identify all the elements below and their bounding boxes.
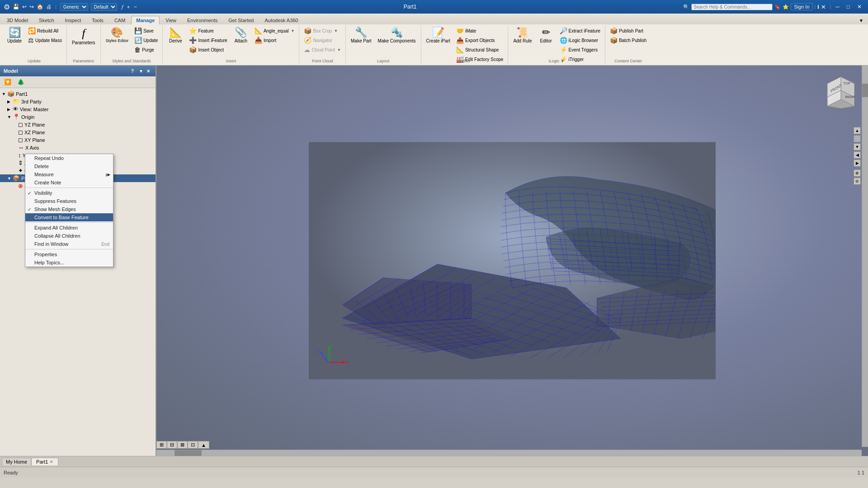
tree-item-xaxis[interactable]: ↔ X Axis [0, 144, 156, 151]
ctx-find-in-window[interactable]: Find in Window End [25, 240, 113, 248]
nav-down-button[interactable]: ▼ [854, 143, 861, 150]
tab-view[interactable]: View [160, 16, 181, 24]
ilogic-browser-button[interactable]: 🌐 iLogic Browser [558, 36, 603, 45]
derive-button[interactable]: 📐 Derive [165, 26, 185, 45]
attach-button[interactable]: 📎 Attach [231, 26, 251, 45]
formula-icon[interactable]: 𝑓 [122, 4, 123, 10]
event-triggers-button[interactable]: ⚡ Event Triggers [558, 45, 603, 54]
tree-item-origin[interactable]: ▼ 📍 Origin [0, 113, 156, 121]
extract-ifeature-button[interactable]: 🔎 Extract iFeature [558, 26, 603, 35]
expand-origin[interactable]: ▼ [7, 115, 13, 119]
add-rule-button[interactable]: 📜 Add Rule [511, 26, 534, 45]
viewcube[interactable]: FRONT TOP RIGHT [823, 75, 859, 111]
tab-autodesk360[interactable]: Autodesk A360 [259, 16, 303, 24]
close-button[interactable]: ✕ [854, 3, 864, 11]
ilogic-dropdown-arrow[interactable]: ▼ [561, 59, 565, 63]
insert-ifeature-button[interactable]: ➕ Insert iFeature [187, 36, 229, 45]
tab-getstarted[interactable]: Get Started [223, 16, 259, 24]
rebuild-all-button[interactable]: 🔁 Rebuild All [26, 26, 64, 35]
parameters-button[interactable]: f Parameters [70, 26, 98, 47]
search-extra-btn[interactable]: 🔖 [774, 4, 781, 10]
tree-item-3rdparty[interactable]: ▶ 📁 3rd Party [0, 98, 156, 105]
redo-icon[interactable]: ↪ [29, 4, 34, 10]
nav-zoom-button[interactable]: ⊕ [854, 169, 861, 177]
my-home-tab[interactable]: My Home [2, 458, 31, 465]
styles-editor-button[interactable]: 🎨 Styles Editor [104, 26, 131, 44]
ctx-properties[interactable]: Properties [25, 250, 113, 258]
default-dropdown[interactable]: Default [91, 3, 117, 11]
navigator-button[interactable]: 🧭 Navigator [302, 36, 343, 45]
insert-object-button[interactable]: 📦 Insert Object [187, 45, 229, 54]
vp-tool-2[interactable]: ⊟ [167, 441, 177, 449]
structural-shape-button[interactable]: 📐 Structural Shape [454, 45, 505, 54]
info-icon[interactable]: ℹ [817, 4, 819, 10]
vp-tool-3[interactable]: ⊠ [177, 441, 188, 449]
tree-view-button[interactable]: 🌲 [15, 78, 27, 86]
sign-in-button[interactable]: Sign In [791, 3, 812, 10]
nav-zoom-out-button[interactable]: ⊖ [854, 178, 861, 185]
plus-icon[interactable]: ＋ [126, 3, 131, 11]
print-icon[interactable]: 🖨 [46, 4, 52, 10]
minimize-button[interactable]: ─ [833, 3, 842, 11]
tree-item-viewmaster[interactable]: ▶ 👁 View: Master [0, 105, 156, 113]
vp-tool-4[interactable]: ⊡ [188, 441, 198, 449]
nav-pan-button[interactable] [854, 135, 861, 142]
ctx-show-mesh-edges[interactable]: ✓ Show Mesh Edges [25, 205, 113, 213]
batch-publish-button[interactable]: 📦 Batch Publish [608, 36, 648, 45]
search-input[interactable] [691, 4, 773, 10]
part1-tab-close[interactable]: ✕ [50, 460, 53, 464]
cloud-point-button[interactable]: ☁ Cloud Point ▼ [302, 45, 343, 54]
panel-help-button[interactable]: ? [129, 68, 136, 74]
ctx-help-topics[interactable]: Help Topics... [25, 258, 113, 267]
filter-button[interactable]: 🔽 [2, 78, 14, 86]
save-button[interactable]: 💾 Save [132, 26, 160, 35]
part1-tab[interactable]: Part1 ✕ [31, 458, 58, 465]
ctx-measure[interactable]: Measure ▶ [25, 170, 113, 178]
x-icon[interactable]: ✕ [821, 4, 826, 10]
tree-item-xzplane[interactable]: ◻ XZ Plane [0, 128, 156, 136]
quick-save-icon[interactable]: 💾 [13, 4, 19, 10]
create-ipart-button[interactable]: 📝 Create iPart [424, 26, 453, 45]
ribbon-expand-icon[interactable]: ▼ [856, 17, 866, 24]
star-icon[interactable]: ⭐ [783, 4, 789, 10]
export-objects-button[interactable]: 📤 Export Objects [454, 36, 505, 45]
ctx-convert-base-feature[interactable]: Convert to Base Feature [25, 213, 113, 221]
ctx-expand-all[interactable]: Expand All Children [25, 224, 113, 232]
tab-3dmodel[interactable]: 3D Model [2, 16, 33, 24]
expand-viewmaster[interactable]: ▶ [7, 107, 13, 112]
ctx-delete[interactable]: Delete [25, 162, 113, 170]
panel-title-dropdown[interactable]: ▼ [139, 69, 143, 74]
viewport-scrollbar-right[interactable] [862, 66, 868, 447]
tree-item-yzplane[interactable]: ◻ YZ Plane [0, 121, 156, 128]
expand-3rdparty[interactable]: ▶ [7, 99, 13, 104]
vp-expand-button[interactable]: ▲ [198, 441, 209, 449]
ctx-repeat-undo[interactable]: Repeat Undo [25, 154, 113, 162]
ctx-create-note[interactable]: Create Note [25, 178, 113, 187]
feature-button[interactable]: ⭐ Feature [187, 26, 229, 35]
tab-inspect[interactable]: Inspect [60, 16, 86, 24]
tab-tools[interactable]: Tools [87, 16, 108, 24]
nav-right-button[interactable]: ▶ [854, 160, 861, 167]
update-button[interactable]: 🔄 Update [5, 26, 24, 45]
tab-manage[interactable]: Manage [131, 16, 160, 24]
import-button[interactable]: 📥 Import [253, 36, 297, 45]
ctx-collapse-all[interactable]: Collapse All Children [25, 232, 113, 240]
imate-button[interactable]: 🤝 iMate [454, 26, 505, 35]
box-crop-button[interactable]: 📦 Box Crop ▼ [302, 26, 343, 35]
maximize-button[interactable]: □ [844, 3, 853, 11]
tab-environments[interactable]: Environments [182, 16, 222, 24]
viewport-scrollbar-bottom[interactable] [156, 450, 862, 456]
minus-icon[interactable]: − [134, 4, 137, 10]
update-style-button[interactable]: 🔃 Update [132, 36, 160, 45]
ctx-suppress-features[interactable]: Suppress Features [25, 197, 113, 205]
purge-button[interactable]: 🗑 Purge [132, 45, 160, 54]
editor-button[interactable]: ✏ Editor [536, 26, 556, 45]
panel-close-button[interactable]: ✕ [145, 68, 152, 74]
update-mass-button[interactable]: ⚖ Update Mass [26, 36, 64, 45]
home-icon[interactable]: 🏠 [37, 4, 43, 10]
angle-button[interactable]: 📐 Angle_equal ▼ [253, 26, 297, 35]
make-part-button[interactable]: 🔧 Make Part [349, 26, 374, 45]
tab-cam[interactable]: CAM [109, 16, 130, 24]
tab-sketch[interactable]: Sketch [34, 16, 59, 24]
vp-tool-1[interactable]: ⊞ [156, 441, 167, 449]
